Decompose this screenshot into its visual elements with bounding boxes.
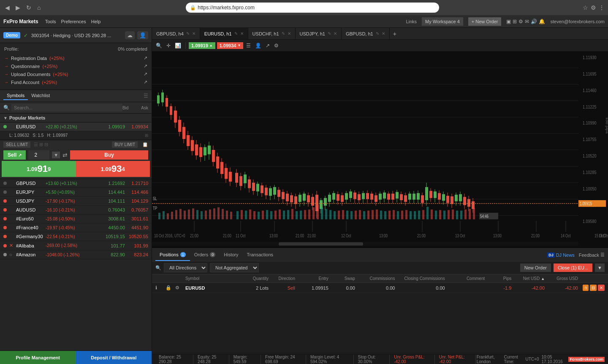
share-icon[interactable]: ↗	[264, 42, 271, 49]
profile-ext-icon[interactable]: ↗	[144, 55, 147, 61]
tab-history[interactable]: History	[220, 249, 242, 261]
row-info-icon[interactable]: ℹ	[155, 285, 166, 291]
links-button[interactable]: Links	[406, 19, 417, 24]
new-order-button[interactable]: + New Order	[468, 17, 502, 26]
news-button[interactable]: DJ DJ News	[547, 253, 575, 258]
aggregation-filter[interactable]: Not Aggregated By Symbol	[210, 263, 259, 272]
chart-tab-usdjpy-h1[interactable]: USDJPY, h1 ✎ ✕	[296, 28, 342, 39]
edit-icon[interactable]: ✎	[376, 31, 379, 36]
feedback-button[interactable]: Feedback ☰	[579, 252, 605, 258]
url-bar[interactable]: 🔒 https://markets.fxpro.com	[186, 3, 439, 13]
gear-icon[interactable]: ⚙	[175, 285, 179, 290]
tab-positions[interactable]: Positions 1	[155, 249, 190, 261]
close-icon[interactable]: ✕	[240, 31, 244, 36]
back-button[interactable]: ◀	[3, 3, 11, 12]
edit-position-button[interactable]: n	[583, 285, 589, 291]
deposit-withdrawal-button[interactable]: Deposit / Withdrawal	[76, 351, 152, 364]
grid-icon[interactable]: ⊞	[39, 142, 43, 147]
lock-icon[interactable]: 🔒	[166, 285, 171, 290]
table-icon[interactable]: ⊟	[44, 142, 48, 147]
symbol-row-germany30[interactable]: #Germany30 -22.54 (-0.21%) 10519.15 1052…	[0, 232, 152, 241]
menu-tools[interactable]: Tools	[45, 19, 56, 24]
volume-icon[interactable]: 🔊	[531, 19, 537, 24]
row-lock-icon[interactable]: 🔒	[166, 285, 176, 291]
edit-icon[interactable]: ✎	[328, 31, 331, 36]
close-icon[interactable]: ✕	[192, 31, 195, 36]
magnifier-icon[interactable]: 🔍	[155, 42, 163, 49]
tab-symbols[interactable]: Symbols	[3, 92, 28, 100]
symbol-row-eurjpy[interactable]: EURJPY +5.50 (+0.05%) 114.441 114.466	[0, 188, 152, 197]
candle-icon[interactable]: 📊	[174, 42, 182, 49]
person-icon[interactable]: 👤	[254, 42, 263, 49]
workspace-button[interactable]: My Workspace 4	[422, 17, 463, 26]
symbol-row-euro50[interactable]: #Euro50 -15.08 (-0.50%) 3008.61 3011.61	[0, 215, 152, 223]
list-icon[interactable]: ☰	[245, 42, 252, 49]
profile-item-text[interactable]: Fund Account	[11, 80, 39, 85]
expand-panel-button[interactable]: ▼	[595, 263, 605, 272]
split-position-button[interactable]: ⊟	[590, 285, 597, 291]
symbol-row-amazon[interactable]: ○ #Amazon -1048.00 (-1.26%) 822.90 823.2…	[0, 250, 152, 259]
sell-price-display[interactable]: 1.09 91 9	[2, 161, 76, 177]
chart-tab-eurusd-h1[interactable]: EURUSD, h1 ✎ ✕	[200, 28, 248, 39]
notify-icon[interactable]: 🔔	[539, 19, 545, 24]
monitor-icon[interactable]: ▣	[506, 19, 511, 24]
collapse-icon[interactable]: ▼	[3, 116, 8, 120]
edit-icon[interactable]: ✎	[234, 31, 238, 36]
profile-management-button[interactable]: Profile Management	[0, 351, 76, 364]
symbol-row-usdjpy[interactable]: USDJPY -17.90 (-0.17%) 104.111 104.129	[0, 197, 152, 206]
tab-transactions[interactable]: Transactions	[243, 249, 278, 261]
row-settings-icon[interactable]: ⚙	[175, 285, 185, 291]
tab-watchlist[interactable]: Watchlist	[28, 92, 53, 100]
close-icon[interactable]: ✕	[334, 31, 337, 36]
close-icon[interactable]: ✕	[382, 31, 385, 36]
chart-tab-usdchf-h1[interactable]: USDCHF, h1 ✎ ✕	[248, 28, 296, 39]
profile-ext-icon[interactable]: ↗	[144, 79, 147, 85]
menu-icon[interactable]: ⋮	[599, 4, 605, 11]
refresh-button[interactable]: ↻	[24, 3, 33, 12]
copy-icon[interactable]: ⊞	[145, 133, 148, 138]
sell-button[interactable]: Sell ↗	[3, 150, 26, 160]
close-icon[interactable]: ✕	[288, 31, 291, 36]
menu-help[interactable]: Help	[91, 19, 101, 24]
direction-filter[interactable]: All Directions Buy Sell	[164, 263, 207, 272]
settings-icon[interactable]: ⚙	[518, 19, 523, 24]
quantity-input[interactable]	[28, 150, 49, 160]
list-icon[interactable]: ☰	[34, 142, 38, 147]
star-icon[interactable]: ☆	[583, 4, 588, 11]
crosshair-icon[interactable]: ✛	[165, 42, 172, 49]
close-positions-button[interactable]: Close (1) EU...	[554, 263, 592, 272]
profile-item-text[interactable]: Upload Documents	[11, 72, 51, 77]
cloud-icon[interactable]: ☁	[125, 31, 135, 39]
chart-tab-gbpusd-h1[interactable]: GBPUSD, h1 ✎ ✕	[342, 28, 390, 39]
profile-item-text[interactable]: Registration Data	[11, 56, 47, 61]
symbol-row-eurusd[interactable]: EURUSD +22.80 (+0.21%) 1.09919 1.09934	[0, 122, 152, 131]
settings-icon[interactable]: ⚙	[273, 42, 280, 49]
close-position-button[interactable]: ✕	[598, 285, 605, 291]
chart-tab-gbpusd-h4[interactable]: GBPUSD, h4 ✎ ✕	[152, 28, 200, 39]
swap-icon[interactable]: ⇄	[62, 152, 68, 158]
layout-icon[interactable]: ⊞	[513, 19, 517, 24]
buy-price-display[interactable]: 1.09 93 4	[76, 161, 150, 177]
symbols-menu-icon[interactable]: ☰	[144, 93, 148, 99]
home-button[interactable]: ⌂	[35, 3, 42, 12]
search-input[interactable]	[11, 104, 122, 111]
qty-dropdown[interactable]: ▼	[52, 152, 60, 158]
menu-preferences[interactable]: Preferences	[61, 19, 86, 24]
edit-icon[interactable]: ✎	[186, 31, 190, 36]
forward-button[interactable]: ▶	[14, 3, 22, 12]
sell-limit-button[interactable]: SELL LIMIT	[3, 141, 30, 148]
tab-orders[interactable]: Orders 0	[190, 249, 220, 261]
profile-ext-icon[interactable]: ↗	[144, 63, 147, 69]
buy-button[interactable]: Buy	[70, 150, 148, 160]
symbol-row-france40[interactable]: #France40 -19.97 (-0.45%) 4450.00 4451.9…	[0, 223, 152, 232]
profile-item-text[interactable]: Questionnaire	[11, 64, 40, 69]
new-order-bottom-button[interactable]: New Order	[520, 263, 551, 272]
doc-icon[interactable]: 📋	[142, 142, 148, 147]
add-chart-tab[interactable]: +	[390, 30, 400, 37]
profile-ext-icon[interactable]: ↗	[144, 71, 147, 77]
symbol-row-alibaba[interactable]: ✕ #Alibaba -269.00 (-2.58%) 101.77 101.9…	[0, 241, 152, 250]
symbol-row-audusd[interactable]: AUDUSD -16.10 (-0.21%) 0.76043 0.76057	[0, 206, 152, 215]
extensions-icon[interactable]: ⚙	[591, 4, 596, 11]
symbol-row-gbpusd[interactable]: GBPUSD +13.60 (+0.11%) 1.21692 1.21710	[0, 179, 152, 188]
info-icon[interactable]: ℹ	[155, 285, 157, 290]
